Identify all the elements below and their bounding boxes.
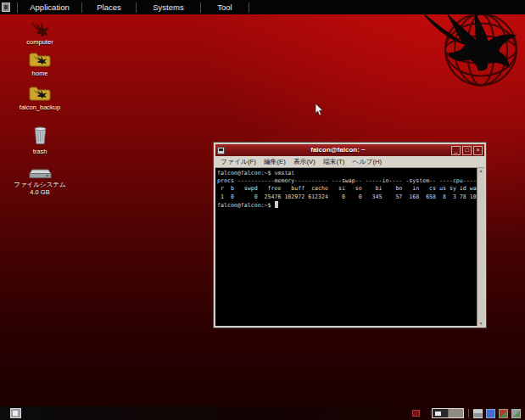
terminal-titlebar[interactable]: falcon@falcon: ~ _ □ × bbox=[215, 144, 484, 156]
icon-label: computer bbox=[26, 38, 53, 46]
icon-label: falcon_backup bbox=[20, 104, 60, 111]
terminal-line: 1 0 0 25476 102972 612324 0 0 345 57 168… bbox=[217, 193, 477, 201]
tray-separator bbox=[468, 409, 469, 417]
maximize-button[interactable]: □ bbox=[462, 146, 472, 155]
workspace-switcher[interactable] bbox=[432, 408, 464, 418]
terminal-prompt: falcon@falcon:~$ bbox=[217, 202, 275, 209]
terminal-output[interactable]: falcon@falcon:~$ vmstat procs ----------… bbox=[215, 168, 477, 326]
menu-tool[interactable]: Tool bbox=[200, 3, 249, 13]
terminal-scrollbar[interactable]: ▲ ▼ bbox=[477, 168, 484, 326]
terminal-line: r b swpd free buff cache si so bi bo in … bbox=[217, 185, 477, 193]
desktop-icon-computer[interactable]: computer bbox=[16, 22, 64, 46]
icon-label: ファイルシステム 4.0 GB bbox=[10, 181, 70, 197]
scroll-up-icon[interactable]: ▲ bbox=[479, 168, 483, 173]
terminal-menu-help[interactable]: ヘルプ(H) bbox=[352, 157, 382, 166]
menu-places[interactable]: Places bbox=[81, 3, 136, 13]
top-menubar: Application Places Systems Tool bbox=[0, 0, 525, 14]
show-desktop-icon[interactable] bbox=[10, 408, 21, 418]
disk-drive-icon bbox=[28, 168, 52, 179]
desktop-icon-falcon-backup[interactable]: falcon_backup bbox=[4, 85, 75, 111]
terminal-menu-terminal[interactable]: 端末(T) bbox=[323, 157, 345, 166]
falcon-globe-logo bbox=[406, 3, 525, 92]
workspace-1[interactable] bbox=[433, 409, 448, 417]
tray-red-icon[interactable] bbox=[412, 410, 420, 417]
terminal-menu-edit[interactable]: 編集(E) bbox=[264, 157, 286, 166]
desktop-icon-filesystem[interactable]: ファイルシステム 4.0 GB bbox=[3, 168, 77, 197]
computer-eagle-icon bbox=[31, 22, 49, 36]
icon-label: trash bbox=[33, 148, 47, 155]
terminal-window: falcon@falcon: ~ _ □ × ファイル(F) 編集(E) 表示(… bbox=[214, 143, 486, 328]
close-button[interactable]: × bbox=[473, 146, 483, 155]
terminal-prompt-line: falcon@falcon:~$ bbox=[217, 201, 477, 210]
folder-icon bbox=[29, 51, 51, 68]
terminal-menubar: ファイル(F) 編集(E) 表示(V) 端末(T) ヘルプ(H) bbox=[215, 156, 484, 168]
window-controls: _ □ × bbox=[451, 146, 483, 155]
terminal-menu-view[interactable]: 表示(V) bbox=[293, 157, 316, 166]
terminal-window-icon bbox=[217, 147, 225, 154]
desktop-icon-home[interactable]: home bbox=[16, 51, 64, 77]
menu-systems[interactable]: Systems bbox=[136, 3, 200, 13]
tray-icon-3[interactable] bbox=[499, 409, 508, 418]
icon-label: home bbox=[32, 70, 48, 77]
desktop-icon-trash[interactable]: trash bbox=[16, 125, 64, 155]
minimize-button[interactable]: _ bbox=[451, 146, 461, 155]
terminal-line: falcon@falcon:~$ vmstat bbox=[217, 170, 477, 177]
tray-icon-2[interactable] bbox=[486, 409, 495, 418]
mouse-cursor bbox=[315, 104, 324, 116]
system-menu-icon[interactable] bbox=[2, 3, 10, 12]
terminal-menu-file[interactable]: ファイル(F) bbox=[221, 157, 256, 166]
tray-icon-1[interactable] bbox=[473, 409, 483, 418]
trash-icon bbox=[32, 125, 48, 146]
menu-application[interactable]: Application bbox=[17, 3, 81, 13]
workspace-2[interactable] bbox=[448, 409, 464, 417]
tray-icon-4[interactable] bbox=[511, 409, 521, 418]
terminal-line: procs -----------memory---------- ---swa… bbox=[217, 177, 477, 185]
desktop-background: Application Places Systems Tool computer… bbox=[0, 0, 525, 420]
terminal-cursor bbox=[275, 201, 278, 208]
scroll-down-icon[interactable]: ▼ bbox=[479, 321, 483, 326]
folder-icon bbox=[29, 85, 51, 102]
taskbar bbox=[0, 406, 525, 420]
terminal-title: falcon@falcon: ~ bbox=[226, 144, 450, 156]
system-tray bbox=[412, 408, 521, 418]
